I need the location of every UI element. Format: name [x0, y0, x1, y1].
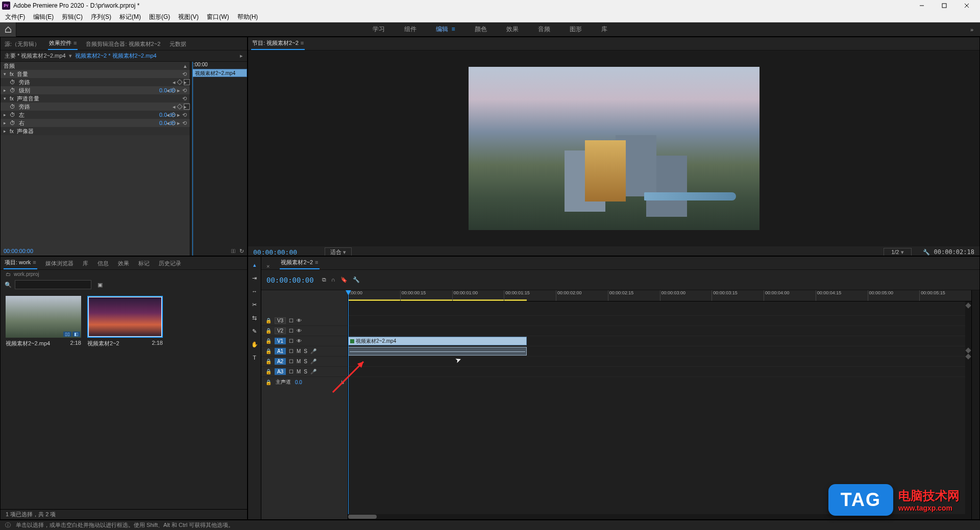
track-v2[interactable]: V2 [275, 327, 286, 334]
project-search-input[interactable] [15, 280, 91, 289]
project-tab[interactable]: 效果 [117, 258, 130, 269]
close-button[interactable] [955, 0, 978, 11]
selection-tool-icon[interactable]: ▴ [251, 261, 259, 269]
project-item[interactable]: 视频素材2~22:18 [87, 296, 163, 515]
menu-编辑(E)[interactable]: 编辑(E) [29, 11, 58, 22]
ruler-tick[interactable]: 00:00:00:15 [400, 290, 452, 301]
project-tab[interactable]: 库 [82, 258, 89, 269]
play-only-icon[interactable]: ▶⃞ [231, 248, 235, 255]
hand-tool-icon[interactable]: ✋ [251, 340, 259, 348]
menu-视图(V)[interactable]: 视图(V) [174, 11, 203, 22]
menu-序列(S)[interactable]: 序列(S) [87, 11, 115, 22]
ec-volume-level[interactable]: 级别 [19, 87, 159, 94]
ruler-tick[interactable]: 00:00:05:15 [919, 290, 971, 301]
settings-icon[interactable]: 🔧 [353, 276, 360, 283]
solo-icon[interactable]: S [304, 369, 307, 374]
ec-channel-left[interactable]: 左 [19, 111, 159, 119]
workspace-图形[interactable]: 图形 [568, 22, 584, 37]
ruler-tick[interactable]: 00:00:04:15 [816, 290, 868, 301]
ruler-tick[interactable]: 00:00:01:15 [504, 290, 556, 301]
program-tab[interactable]: 节目: 视频素材2~2≡ [251, 37, 305, 50]
menu-帮助(H)[interactable]: 帮助(H) [233, 11, 262, 22]
pen-tool-icon[interactable]: ✎ [251, 327, 259, 335]
menu-图形(G)[interactable]: 图形(G) [145, 11, 174, 22]
master-volume[interactable]: 0.0 [295, 380, 302, 385]
menu-剪辑(C)[interactable]: 剪辑(C) [58, 11, 87, 22]
timeline-clip-a1[interactable] [348, 347, 527, 356]
timeline-timecode[interactable]: 00:00:00:00 [266, 276, 314, 284]
timeline-hscroll[interactable] [348, 514, 965, 519]
ec-panner[interactable]: 声像器 [17, 128, 190, 135]
ruler-tick[interactable]: 00:00:03:15 [712, 290, 764, 301]
project-tab[interactable]: 项目: work≡ [4, 257, 37, 269]
program-viewport[interactable] [248, 51, 979, 246]
resolution-dropdown[interactable]: 1/2 [884, 248, 911, 257]
snap-icon[interactable]: ⧉ [322, 276, 326, 283]
lock-icon[interactable]: 🔒 [265, 328, 272, 334]
workspace-效果[interactable]: 效果 [504, 22, 521, 37]
menu-窗口(W)[interactable]: 窗口(W) [203, 11, 233, 22]
mute-icon[interactable]: M [297, 369, 301, 374]
project-tab[interactable]: 信息 [96, 258, 110, 269]
lock-icon[interactable]: 🔒 [265, 338, 272, 344]
track-v1[interactable]: V1 [275, 338, 286, 344]
lock-icon[interactable]: 🔒 [265, 318, 272, 323]
lock-icon[interactable]: 🔒 [265, 348, 272, 354]
type-tool-icon[interactable]: T [251, 354, 259, 362]
track-a1[interactable]: A1 [275, 348, 286, 355]
minimize-button[interactable] [911, 0, 933, 11]
ec-playhead[interactable] [192, 62, 193, 256]
filter-icon[interactable]: ▣ [97, 282, 103, 288]
track-a3[interactable]: A3 [275, 368, 286, 375]
track-select-tool-icon[interactable]: ⇥ [251, 274, 259, 282]
ec-volume[interactable]: 音量 [17, 70, 190, 78]
ruler-tick[interactable]: 00:00:02:00 [556, 290, 608, 301]
zoom-fit-dropdown[interactable]: 适合 [325, 247, 352, 257]
ruler-tick[interactable]: 00:00:01:00 [452, 290, 504, 301]
eye-icon[interactable]: 👁 [297, 318, 302, 323]
project-item[interactable]: ▯▯◧视频素材2~2.mp42:18 [6, 296, 81, 515]
workspace-overflow-button[interactable]: » [964, 27, 980, 33]
ec-footer-timecode[interactable]: 00:00:00:00 [4, 246, 33, 256]
project-tab[interactable]: 历史记录 [158, 258, 182, 269]
mute-icon[interactable]: M [297, 348, 301, 354]
project-tab[interactable]: 媒体浏览器 [44, 258, 75, 269]
lock-icon[interactable]: 🔒 [265, 369, 272, 374]
source-tab[interactable]: 效果控件≡ [48, 37, 78, 50]
ec-breadcrumb-link[interactable]: 视频素材2~2 * 视频素材2~2.mp4 [75, 52, 157, 60]
solo-icon[interactable]: S [304, 359, 307, 364]
workspace-音频[interactable]: 音频 [536, 22, 552, 37]
slip-tool-icon[interactable]: ⇆ [251, 314, 259, 322]
program-timecode-left[interactable]: 00:00:00:00 [253, 248, 314, 256]
razor-tool-icon[interactable]: ✂ [251, 300, 259, 309]
mute-icon[interactable]: M [297, 359, 301, 364]
ec-channel-right[interactable]: 右 [19, 119, 159, 127]
workspace-编辑[interactable]: 编辑 [434, 22, 457, 37]
timeline-vscroll[interactable] [965, 301, 971, 519]
menu-标记(M)[interactable]: 标记(M) [115, 11, 145, 22]
ec-volume-bypass[interactable]: 旁路 [19, 79, 184, 86]
ruler-tick[interactable]: 00:00:02:15 [608, 290, 660, 301]
mic-icon[interactable]: 🎤 [310, 348, 316, 354]
source-tab[interactable]: 源:（无剪辑） [4, 38, 41, 50]
ruler-tick[interactable]: 00:00:04:00 [764, 290, 816, 301]
source-tab[interactable]: 元数据 [168, 38, 187, 50]
ruler-tick[interactable]: 00:00:05:00 [868, 290, 920, 301]
source-tab[interactable]: 音频剪辑混合器: 视频素材2~2 [85, 38, 161, 50]
ec-channel-bypass[interactable]: 旁路 [19, 103, 184, 111]
home-button[interactable] [0, 22, 16, 37]
marker-icon[interactable]: 🔖 [340, 276, 348, 283]
ruler-tick[interactable]: 00:00:03:00 [660, 290, 712, 301]
lock-icon[interactable]: 🔒 [265, 359, 272, 364]
ruler-tick[interactable]: :00:00 [348, 290, 400, 301]
workspace-颜色[interactable]: 颜色 [473, 22, 489, 37]
ec-channel-volume[interactable]: 声道音量 [17, 95, 190, 103]
solo-icon[interactable]: S [304, 348, 307, 354]
workspace-库[interactable]: 库 [599, 22, 609, 37]
mic-icon[interactable]: 🎤 [310, 359, 316, 364]
workspace-组件[interactable]: 组件 [402, 22, 419, 37]
loop-icon[interactable]: ↻ [239, 248, 244, 255]
maximize-button[interactable] [933, 0, 955, 11]
settings-icon[interactable]: 🔧 [923, 249, 930, 256]
eye-icon[interactable]: 👁 [297, 338, 302, 344]
